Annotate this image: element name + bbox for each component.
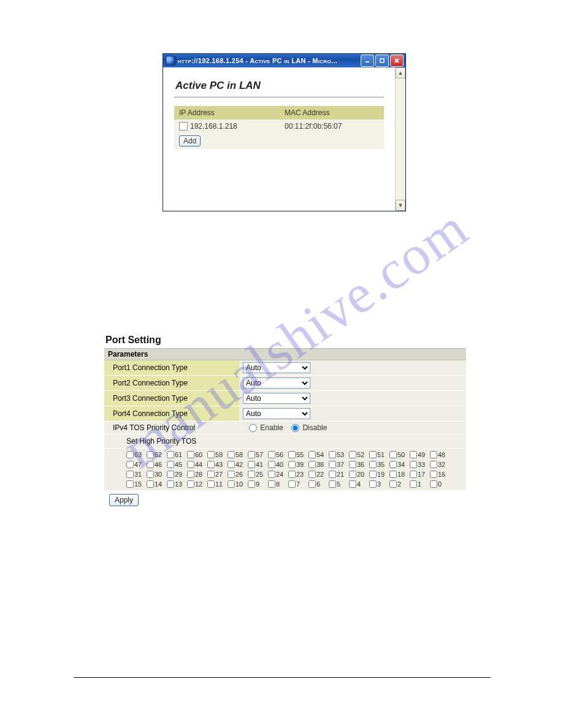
tos-checkbox-input-14[interactable] (147, 480, 154, 488)
tos-checkbox-input-27[interactable] (207, 471, 215, 478)
tos-checkbox-58[interactable]: 58 (228, 451, 248, 458)
minimize-button[interactable] (361, 55, 374, 67)
tos-checkbox-input-48[interactable] (430, 451, 437, 458)
tos-checkbox-60[interactable]: 60 (187, 451, 207, 458)
tos-checkbox-input-0[interactable] (430, 480, 437, 488)
tos-checkbox-10[interactable]: 10 (228, 480, 248, 488)
tos-checkbox-input-28[interactable] (187, 471, 194, 478)
tos-checkbox-3[interactable]: 3 (369, 480, 389, 488)
tos-checkbox-15[interactable]: 15 (126, 480, 147, 488)
tos-checkbox-51[interactable]: 51 (369, 451, 389, 458)
close-button[interactable] (390, 55, 404, 67)
tos-checkbox-33[interactable]: 33 (410, 461, 430, 468)
tos-checkbox-49[interactable]: 49 (410, 451, 430, 458)
tos-checkbox-7[interactable]: 7 (288, 480, 308, 488)
tos-checkbox-input-37[interactable] (329, 461, 336, 468)
tos-checkbox-54[interactable]: 54 (308, 451, 329, 458)
tos-checkbox-input-30[interactable] (147, 471, 154, 478)
tos-checkbox-42[interactable]: 42 (228, 461, 248, 468)
tos-checkbox-input-31[interactable] (126, 471, 134, 478)
tos-checkbox-input-19[interactable] (369, 471, 377, 478)
tos-checkbox-14[interactable]: 14 (147, 480, 167, 488)
tos-checkbox-31[interactable]: 31 (126, 471, 147, 478)
disable-radio-label[interactable]: Disable (285, 423, 327, 432)
tos-checkbox-41[interactable]: 41 (248, 461, 268, 468)
tos-checkbox-28[interactable]: 28 (187, 471, 207, 478)
disable-radio[interactable] (291, 424, 299, 432)
tos-checkbox-37[interactable]: 37 (329, 461, 349, 468)
enable-radio-label[interactable]: Enable (243, 423, 285, 432)
tos-checkbox-input-42[interactable] (228, 461, 235, 468)
tos-checkbox-input-24[interactable] (268, 471, 275, 478)
tos-checkbox-48[interactable]: 48 (430, 451, 450, 458)
tos-checkbox-input-59[interactable] (207, 451, 215, 458)
port3-select[interactable]: Auto (243, 393, 310, 404)
tos-checkbox-38[interactable]: 38 (308, 461, 329, 468)
tos-checkbox-13[interactable]: 13 (167, 480, 187, 488)
tos-checkbox-input-3[interactable] (369, 480, 377, 488)
tos-checkbox-input-21[interactable] (329, 471, 336, 478)
tos-checkbox-61[interactable]: 61 (167, 451, 187, 458)
tos-checkbox-input-9[interactable] (248, 480, 255, 488)
tos-checkbox-input-25[interactable] (248, 471, 255, 478)
tos-checkbox-22[interactable]: 22 (308, 471, 329, 478)
tos-checkbox-39[interactable]: 39 (288, 461, 308, 468)
tos-checkbox-34[interactable]: 34 (389, 461, 410, 468)
tos-checkbox-1[interactable]: 1 (410, 480, 430, 488)
tos-checkbox-input-50[interactable] (389, 451, 397, 458)
tos-checkbox-27[interactable]: 27 (207, 471, 228, 478)
port1-select[interactable]: Auto (243, 362, 310, 373)
tos-checkbox-input-20[interactable] (349, 471, 356, 478)
tos-checkbox-input-23[interactable] (288, 471, 296, 478)
tos-checkbox-11[interactable]: 11 (207, 480, 228, 488)
tos-checkbox-30[interactable]: 30 (147, 471, 167, 478)
tos-checkbox-56[interactable]: 56 (268, 451, 288, 458)
tos-checkbox-input-35[interactable] (369, 461, 377, 468)
tos-checkbox-6[interactable]: 6 (308, 480, 329, 488)
tos-checkbox-input-63[interactable] (126, 451, 134, 458)
tos-checkbox-input-39[interactable] (288, 461, 296, 468)
tos-checkbox-45[interactable]: 45 (167, 461, 187, 468)
tos-checkbox-62[interactable]: 62 (147, 451, 167, 458)
tos-checkbox-40[interactable]: 40 (268, 461, 288, 468)
tos-checkbox-36[interactable]: 36 (349, 461, 369, 468)
apply-button[interactable]: Apply (109, 494, 139, 506)
tos-checkbox-9[interactable]: 9 (248, 480, 268, 488)
enable-radio[interactable] (249, 424, 257, 432)
tos-checkbox-input-60[interactable] (187, 451, 194, 458)
tos-checkbox-input-7[interactable] (288, 480, 296, 488)
tos-checkbox-input-6[interactable] (308, 480, 316, 488)
row-checkbox[interactable] (179, 122, 188, 131)
tos-checkbox-input-33[interactable] (410, 461, 417, 468)
tos-checkbox-46[interactable]: 46 (147, 461, 167, 468)
tos-checkbox-16[interactable]: 16 (430, 471, 450, 478)
ie-titlebar[interactable]: http://192.168.1.254 - Active PC in LAN … (163, 54, 405, 67)
tos-checkbox-input-56[interactable] (268, 451, 275, 458)
maximize-button[interactable] (375, 55, 389, 67)
tos-checkbox-input-51[interactable] (369, 451, 377, 458)
tos-checkbox-input-55[interactable] (288, 451, 296, 458)
tos-checkbox-17[interactable]: 17 (410, 471, 430, 478)
tos-checkbox-input-43[interactable] (207, 461, 215, 468)
tos-checkbox-input-13[interactable] (167, 480, 174, 488)
tos-checkbox-55[interactable]: 55 (288, 451, 308, 458)
tos-checkbox-input-17[interactable] (410, 471, 417, 478)
tos-checkbox-44[interactable]: 44 (187, 461, 207, 468)
tos-checkbox-input-8[interactable] (268, 480, 275, 488)
tos-checkbox-18[interactable]: 18 (389, 471, 410, 478)
tos-checkbox-input-2[interactable] (389, 480, 397, 488)
tos-checkbox-8[interactable]: 8 (268, 480, 288, 488)
tos-checkbox-24[interactable]: 24 (268, 471, 288, 478)
add-button[interactable]: Add (179, 135, 201, 146)
tos-checkbox-input-18[interactable] (389, 471, 397, 478)
tos-checkbox-input-47[interactable] (126, 461, 134, 468)
tos-checkbox-input-26[interactable] (228, 471, 235, 478)
tos-checkbox-0[interactable]: 0 (430, 480, 450, 488)
tos-checkbox-input-16[interactable] (430, 471, 437, 478)
tos-checkbox-57[interactable]: 57 (248, 451, 268, 458)
tos-checkbox-input-4[interactable] (349, 480, 356, 488)
tos-checkbox-input-53[interactable] (329, 451, 336, 458)
tos-checkbox-21[interactable]: 21 (329, 471, 349, 478)
tos-checkbox-input-46[interactable] (147, 461, 154, 468)
tos-checkbox-input-36[interactable] (349, 461, 356, 468)
